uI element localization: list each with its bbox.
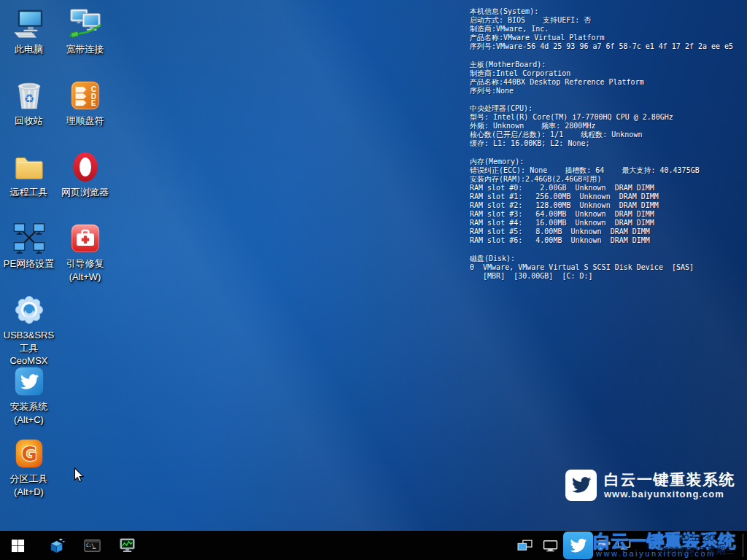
desktop-icon-remote-tools[interactable]: 远程工具 xyxy=(1,149,57,199)
network-settings-icon xyxy=(1,220,57,255)
bird-icon xyxy=(569,537,587,555)
desktop-icon-label: 网页浏览器 xyxy=(57,186,113,199)
desktop-watermark: 白云一键重装系统 www.baiyunxitong.com xyxy=(565,470,735,501)
desktop-icon-drive-letter-tool[interactable]: C D E 理顺盘符 xyxy=(57,77,113,128)
start-button[interactable] xyxy=(0,531,35,560)
system-info-text: 本机信息(System): 启动方式: BIOS 支持UEFI: 否 制造商:V… xyxy=(470,7,733,281)
taskbar-registry-tool-button[interactable] xyxy=(39,531,74,560)
desktop-icon-label: 分区工具 (Alt+D) xyxy=(1,472,57,498)
desktop-icon-web-browser[interactable]: 网页浏览器 xyxy=(57,149,113,199)
desktop-icon-broadband[interactable]: 宽带连接 xyxy=(57,6,113,56)
drive-letter-tool-icon: C D E xyxy=(57,77,113,112)
desktop-icon-label: PE网络设置 xyxy=(1,257,57,271)
tray-usb-device-icon[interactable]: ? xyxy=(596,537,611,551)
watermark-bird-logo xyxy=(565,470,597,501)
desktop-icon-label: 远程工具 xyxy=(1,186,57,199)
svg-text:C:\: C:\ xyxy=(85,542,93,547)
this-pc-icon xyxy=(1,6,57,41)
desktop-icon-label: 此电脑 xyxy=(1,43,57,56)
taskbar-task-manager-button[interactable] xyxy=(109,531,144,560)
opera-browser-icon xyxy=(57,149,113,184)
registry-cube-icon xyxy=(49,537,66,554)
folder-icon xyxy=(1,149,57,184)
tray-monitor-icon[interactable] xyxy=(617,539,631,551)
desktop-icon-usb3-srs-tool[interactable]: USB3&SRS 工具CeoMSX xyxy=(1,292,57,368)
desktop-icon-boot-repair[interactable]: 引导修复 (Alt+W) xyxy=(57,220,113,283)
taskbar: C:\ xyxy=(0,531,747,560)
desktop-icon-install-system[interactable]: 安装系统 (Alt+C) xyxy=(1,363,57,426)
tray-network-icon[interactable] xyxy=(517,540,533,552)
clock-date: 2020/06/17 星期三 xyxy=(654,545,740,557)
watermark-url: www.baiyunxitong.com xyxy=(604,489,735,499)
taskbar-clock[interactable]: 20:57:30 2020/06/17 星期三 xyxy=(654,532,740,557)
desktop-icon-pe-network-settings[interactable]: PE网络设置 xyxy=(1,220,57,271)
taskbar-cmd-button[interactable]: C:\ xyxy=(74,531,109,560)
command-prompt-icon: C:\ xyxy=(84,537,101,554)
clock-time: 20:57:30 xyxy=(654,532,740,545)
usb3-srs-tool-icon xyxy=(1,292,57,327)
svg-text:♻: ♻ xyxy=(23,92,34,105)
taskbar-baiyun-app-button[interactable] xyxy=(563,532,593,559)
desktop-icon-label: 理顺盘符 xyxy=(57,114,113,128)
mouse-cursor xyxy=(74,467,85,486)
desktop: 此电脑 宽带连接 ♻ xyxy=(0,0,747,531)
desktop-icon-label: 宽带连接 xyxy=(57,43,113,56)
svg-text:E: E xyxy=(90,99,96,107)
partition-tool-icon: G xyxy=(1,435,57,470)
desktop-icon-label: 安装系统 (Alt+C) xyxy=(1,400,57,426)
desktop-icon-recycle-bin[interactable]: ♻ 回收站 xyxy=(1,77,57,128)
svg-text:G: G xyxy=(21,443,36,465)
broadband-connection-icon xyxy=(57,6,113,41)
desktop-icon-label: 引导修复 (Alt+W) xyxy=(57,257,113,283)
desktop-icon-this-pc[interactable]: 此电脑 xyxy=(1,6,57,56)
show-desktop-divider[interactable] xyxy=(743,534,743,557)
windows-logo-icon xyxy=(11,539,25,553)
install-system-icon xyxy=(1,363,57,398)
desktop-icon-label: 回收站 xyxy=(1,114,57,128)
svg-text:?: ? xyxy=(599,544,603,551)
task-manager-icon xyxy=(119,537,136,554)
tray-display-icon[interactable] xyxy=(543,540,558,553)
desktop-icon-partition-tool[interactable]: G 分区工具 (Alt+D) xyxy=(1,435,57,498)
boot-repair-icon xyxy=(57,220,113,255)
watermark-title: 白云一键重装系统 xyxy=(604,471,735,489)
recycle-bin-icon: ♻ xyxy=(1,77,57,112)
desktop-icon-label: USB3&SRS 工具CeoMSX xyxy=(1,329,57,368)
